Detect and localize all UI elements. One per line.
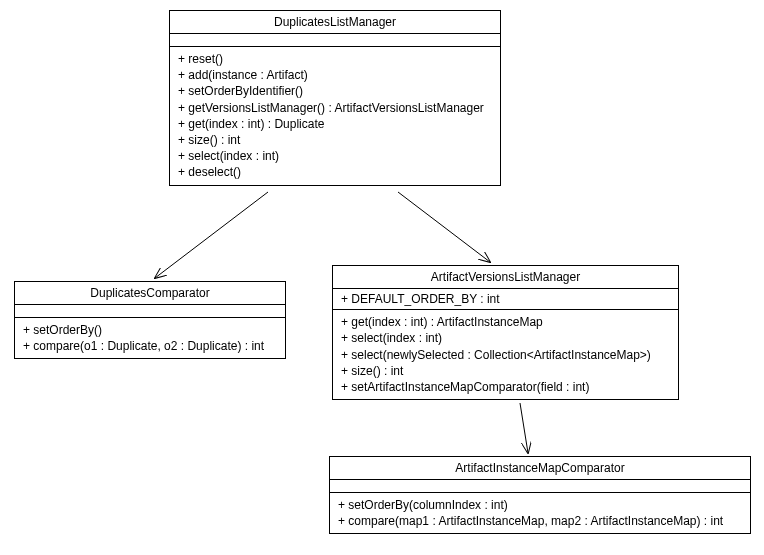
operation: + setOrderByIdentifier() [178,83,492,99]
operation: + setArtifactInstanceMapComparator(field… [341,379,670,395]
class-artifact-versions-list-manager: ArtifactVersionsListManager + DEFAULT_OR… [332,265,679,400]
operation: + deselect() [178,164,492,180]
attribute: + DEFAULT_ORDER_BY : int [341,291,670,307]
operation: + add(instance : Artifact) [178,67,492,83]
uml-canvas: DuplicatesListManager + reset() + add(in… [0,0,764,555]
relation-dlm-dc [155,192,268,278]
operation: + size() : int [341,363,670,379]
class-title: DuplicatesListManager [170,11,500,34]
class-artifact-instance-map-comparator: ArtifactInstanceMapComparator + setOrder… [329,456,751,534]
class-title: ArtifactVersionsListManager [333,266,678,289]
operation: + compare(o1 : Duplicate, o2 : Duplicate… [23,338,277,354]
operation: + select(index : int) [178,148,492,164]
operation: + get(index : int) : Duplicate [178,116,492,132]
class-attributes [15,305,285,318]
operation: + setOrderBy(columnIndex : int) [338,497,742,513]
class-title: DuplicatesComparator [15,282,285,305]
operation: + get(index : int) : ArtifactInstanceMap [341,314,670,330]
operation: + select(index : int) [341,330,670,346]
operation: + setOrderBy() [23,322,277,338]
class-duplicates-comparator: DuplicatesComparator + setOrderBy() + co… [14,281,286,359]
operation: + reset() [178,51,492,67]
class-operations: + get(index : int) : ArtifactInstanceMap… [333,310,678,399]
class-attributes [170,34,500,47]
class-duplicates-list-manager: DuplicatesListManager + reset() + add(in… [169,10,501,186]
class-operations: + setOrderBy() + compare(o1 : Duplicate,… [15,318,285,358]
relation-avlm-aimc [520,403,528,453]
operation: + size() : int [178,132,492,148]
class-title: ArtifactInstanceMapComparator [330,457,750,480]
class-operations: + setOrderBy(columnIndex : int) + compar… [330,493,750,533]
operation: + getVersionsListManager() : ArtifactVer… [178,100,492,116]
class-attributes: + DEFAULT_ORDER_BY : int [333,289,678,310]
class-operations: + reset() + add(instance : Artifact) + s… [170,47,500,185]
class-attributes [330,480,750,493]
relation-dlm-avlm [398,192,490,262]
operation: + select(newlySelected : Collection<Arti… [341,347,670,363]
operation: + compare(map1 : ArtifactInstanceMap, ma… [338,513,742,529]
